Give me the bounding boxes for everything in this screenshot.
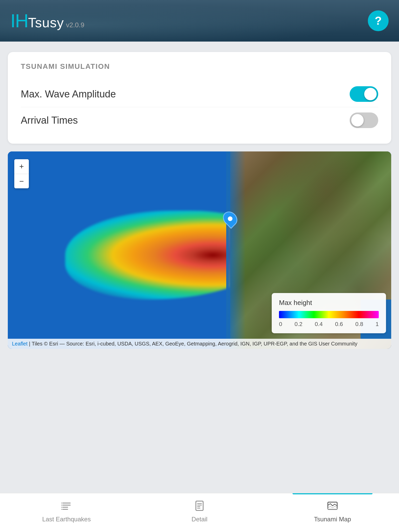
svg-rect-14 bbox=[328, 508, 337, 509]
attribution-text: | Tiles © Esri — Source: Esri, i-cubed, … bbox=[28, 341, 357, 347]
svg-rect-3 bbox=[62, 509, 68, 510]
coastline-overlay bbox=[226, 151, 245, 349]
last-earthquakes-icon bbox=[61, 500, 72, 513]
help-button[interactable]: ? bbox=[368, 10, 389, 31]
nav-label-detail: Detail bbox=[191, 516, 207, 523]
legend-label-06: 0.6 bbox=[335, 321, 343, 328]
legend-label-08: 0.8 bbox=[355, 321, 363, 328]
bottom-navigation: Last Earthquakes Detail Tsunami Map bbox=[0, 493, 399, 532]
svg-rect-12 bbox=[197, 508, 200, 509]
svg-rect-8 bbox=[196, 501, 203, 510]
zoom-in-button[interactable]: + bbox=[14, 159, 29, 174]
logo-ih: IH bbox=[10, 11, 28, 30]
nav-item-detail[interactable]: Detail bbox=[133, 493, 266, 532]
svg-rect-11 bbox=[197, 506, 200, 507]
logo-tsusy: Tsusy bbox=[28, 15, 64, 30]
svg-rect-2 bbox=[62, 507, 68, 508]
legend-label-04: 0.4 bbox=[315, 321, 323, 328]
svg-rect-4 bbox=[61, 503, 62, 503]
app-logo: IH Tsusy v2.0.9 bbox=[10, 11, 84, 30]
nav-label-tsunami-map: Tsunami Map bbox=[314, 516, 351, 523]
pin-inner bbox=[227, 215, 233, 222]
legend-colorbar bbox=[279, 311, 379, 318]
nav-item-tsunami-map[interactable]: Tsunami Map bbox=[266, 493, 399, 532]
wave-amplitude-row: Max. Wave Amplitude bbox=[21, 81, 378, 107]
leaflet-link[interactable]: Leaflet bbox=[12, 341, 28, 347]
map-controls: + − bbox=[14, 159, 29, 188]
map-background: + − Max height 0 0.2 0.4 0.6 0.8 1 Leafl… bbox=[8, 151, 391, 349]
svg-rect-9 bbox=[197, 503, 202, 504]
legend-label-1: 1 bbox=[376, 321, 379, 328]
simulation-panel: TSUNAMI SIMULATION Max. Wave Amplitude A… bbox=[8, 52, 391, 144]
wave-amplitude-knob bbox=[364, 88, 377, 100]
panel-title: TSUNAMI SIMULATION bbox=[21, 62, 378, 71]
location-pin bbox=[224, 211, 237, 227]
svg-rect-1 bbox=[62, 505, 71, 506]
arrival-times-label: Arrival Times bbox=[21, 115, 78, 126]
legend-label-0: 0 bbox=[279, 321, 282, 328]
arrival-times-toggle[interactable] bbox=[350, 112, 378, 128]
svg-rect-5 bbox=[61, 505, 62, 506]
map-container[interactable]: + − Max height 0 0.2 0.4 0.6 0.8 1 Leafl… bbox=[8, 151, 391, 349]
wave-amplitude-label: Max. Wave Amplitude bbox=[21, 89, 116, 100]
wave-amplitude-toggle[interactable] bbox=[350, 86, 378, 102]
legend-label-02: 0.2 bbox=[295, 321, 303, 328]
detail-icon bbox=[194, 500, 205, 513]
nav-item-last-earthquakes[interactable]: Last Earthquakes bbox=[0, 493, 133, 532]
nav-label-last-earthquakes: Last Earthquakes bbox=[42, 516, 91, 523]
legend-title: Max height bbox=[279, 299, 379, 307]
svg-rect-10 bbox=[197, 505, 202, 506]
svg-rect-7 bbox=[61, 509, 62, 510]
header: IH Tsusy v2.0.9 ? bbox=[0, 0, 399, 42]
tsunami-map-icon bbox=[327, 500, 338, 513]
svg-rect-0 bbox=[62, 503, 71, 503]
map-legend: Max height 0 0.2 0.4 0.6 0.8 1 bbox=[272, 293, 386, 333]
legend-labels: 0 0.2 0.4 0.6 0.8 1 bbox=[279, 321, 379, 328]
map-attribution: Leaflet | Tiles © Esri — Source: Esri, i… bbox=[8, 339, 391, 349]
arrival-times-knob bbox=[351, 114, 364, 127]
svg-rect-6 bbox=[61, 507, 62, 508]
zoom-out-button[interactable]: − bbox=[14, 174, 29, 188]
header-content: IH Tsusy v2.0.9 ? bbox=[0, 0, 399, 42]
logo-version: v2.0.9 bbox=[66, 21, 84, 29]
arrival-times-row: Arrival Times bbox=[21, 107, 378, 133]
